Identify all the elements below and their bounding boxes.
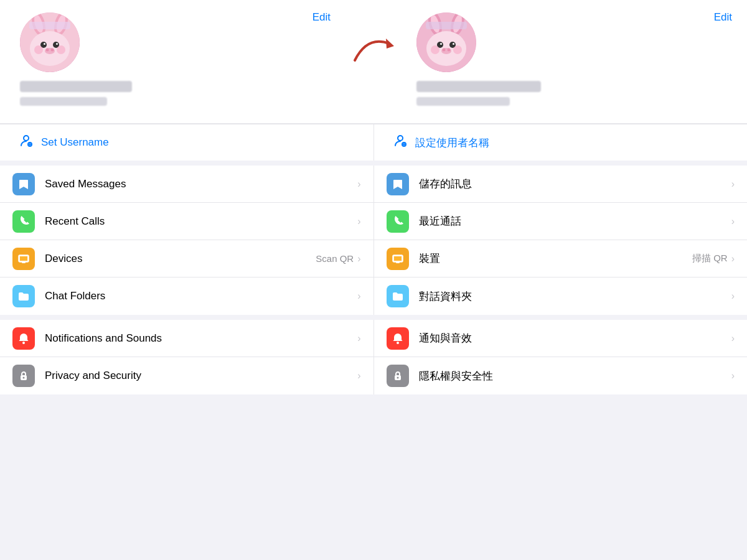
right-recent-calls-chevron: ›	[731, 216, 735, 227]
transition-arrow	[352, 32, 395, 67]
left-saved-messages[interactable]: Saved Messages ›	[0, 166, 374, 203]
right-devices-chevron: ›	[731, 253, 735, 264]
devices-label: Devices	[45, 253, 316, 265]
svg-point-13	[34, 45, 43, 54]
svg-point-29	[448, 49, 451, 52]
right-devices-badge: 掃描 QR	[692, 253, 728, 264]
devices-icon	[12, 248, 35, 270]
privacy-chevron: ›	[357, 370, 360, 381]
right-devices[interactable]: 裝置 掃描 QR ›	[374, 240, 748, 278]
left-edit-button[interactable]: Edit	[312, 11, 331, 24]
svg-point-25	[440, 43, 442, 45]
left-phone-blur	[20, 97, 107, 106]
profiles-area: Edit	[0, 0, 747, 124]
devices-badge: Scan QR	[316, 253, 354, 264]
notifications-label: Notifications and Sounds	[45, 332, 357, 345]
svg-point-51	[23, 377, 25, 379]
menu-group-1: Saved Messages › Recent Calls › Devices …	[0, 166, 747, 315]
svg-point-52	[397, 342, 399, 344]
right-saved-messages-chevron: ›	[731, 179, 735, 190]
right-saved-messages-icon	[387, 173, 409, 195]
left-devices[interactable]: Devices Scan QR ›	[0, 240, 374, 278]
svg-rect-32	[426, 22, 467, 29]
chat-folders-label: Chat Folders	[45, 290, 357, 302]
svg-point-31	[453, 45, 462, 54]
right-recent-calls-icon	[387, 210, 409, 233]
right-chat-folders-chevron: ›	[731, 291, 735, 302]
svg-point-8	[44, 43, 45, 45]
right-username-panel[interactable]: 設定使用者名稱	[374, 124, 748, 161]
right-profile: Edit	[402, 0, 747, 123]
svg-point-11	[46, 49, 49, 52]
left-menu-group2: Notifications and Sounds › Privacy and S…	[0, 320, 374, 394]
left-username-panel[interactable]: Set Username	[0, 124, 374, 161]
left-menu-group1: Saved Messages › Recent Calls › Devices …	[0, 166, 374, 315]
right-menu-group1: 儲存的訊息 › 最近通話 › 裝置 掃描 QR ›	[374, 166, 748, 315]
left-avatar-image	[20, 12, 80, 72]
left-avatar	[20, 12, 80, 72]
right-username-icon	[393, 133, 408, 152]
left-profile: Edit	[0, 0, 345, 123]
arrow-container	[345, 0, 402, 123]
svg-rect-43	[20, 256, 27, 261]
right-privacy-chevron: ›	[731, 370, 735, 381]
svg-point-9	[56, 43, 58, 45]
privacy-label: Privacy and Security	[45, 370, 357, 382]
recent-calls-label: Recent Calls	[45, 215, 357, 228]
svg-point-54	[397, 377, 398, 379]
left-recent-calls[interactable]: Recent Calls ›	[0, 203, 374, 240]
left-privacy[interactable]: Privacy and Security ›	[0, 357, 374, 394]
chat-folders-icon	[12, 285, 35, 307]
right-chat-folders[interactable]: 對話資料夾 ›	[374, 278, 748, 315]
privacy-icon	[12, 365, 35, 387]
right-notifications-chevron: ›	[731, 333, 735, 344]
right-avatar-svg	[416, 12, 476, 72]
right-privacy-icon	[387, 365, 409, 387]
right-menu-group2: 通知與音效 › 隱私權與安全性 ›	[374, 320, 748, 394]
svg-point-28	[443, 49, 446, 52]
right-recent-calls[interactable]: 最近通話 ›	[374, 203, 748, 240]
svg-point-30	[431, 45, 439, 54]
section-divider-1	[0, 161, 747, 166]
svg-rect-48	[396, 262, 400, 263]
svg-point-26	[453, 43, 454, 45]
right-privacy-label: 隱私權與安全性	[419, 369, 731, 383]
saved-messages-icon	[12, 173, 35, 195]
right-privacy[interactable]: 隱私權與安全性 ›	[374, 357, 748, 394]
svg-point-12	[51, 49, 54, 52]
username-row: Set Username 設定使用者名稱	[0, 124, 747, 161]
svg-rect-47	[394, 256, 402, 261]
svg-marker-16	[386, 39, 394, 49]
app-container: Edit	[0, 0, 747, 560]
right-devices-label: 裝置	[419, 251, 693, 266]
left-name-blur	[20, 81, 132, 92]
svg-rect-15	[29, 22, 70, 29]
right-notifications-icon	[387, 327, 409, 350]
section-divider-2	[0, 315, 747, 320]
right-edit-button[interactable]: Edit	[714, 11, 732, 24]
devices-chevron: ›	[357, 253, 360, 264]
right-avatar-image	[416, 12, 476, 72]
left-chat-folders[interactable]: Chat Folders ›	[0, 278, 374, 315]
right-chat-folders-icon	[387, 285, 409, 307]
right-recent-calls-label: 最近通話	[419, 214, 731, 228]
recent-calls-chevron: ›	[357, 216, 360, 227]
right-avatar	[416, 12, 476, 72]
right-phone-blur	[416, 97, 510, 106]
svg-point-49	[22, 342, 25, 344]
right-devices-icon	[387, 248, 409, 270]
svg-point-33	[24, 136, 29, 141]
right-saved-messages-label: 儲存的訊息	[419, 177, 731, 191]
notifications-icon	[12, 327, 35, 350]
svg-rect-44	[22, 262, 26, 263]
right-saved-messages[interactable]: 儲存的訊息 ›	[374, 166, 748, 203]
right-notifications-label: 通知與音效	[419, 331, 731, 345]
chat-folders-chevron: ›	[357, 291, 360, 302]
right-username-label: 設定使用者名稱	[415, 136, 489, 150]
left-username-icon	[19, 133, 34, 152]
recent-calls-icon	[12, 210, 35, 233]
saved-messages-chevron: ›	[357, 179, 360, 190]
saved-messages-label: Saved Messages	[45, 178, 357, 190]
left-notifications[interactable]: Notifications and Sounds ›	[0, 320, 374, 357]
right-notifications[interactable]: 通知與音效 ›	[374, 320, 748, 357]
